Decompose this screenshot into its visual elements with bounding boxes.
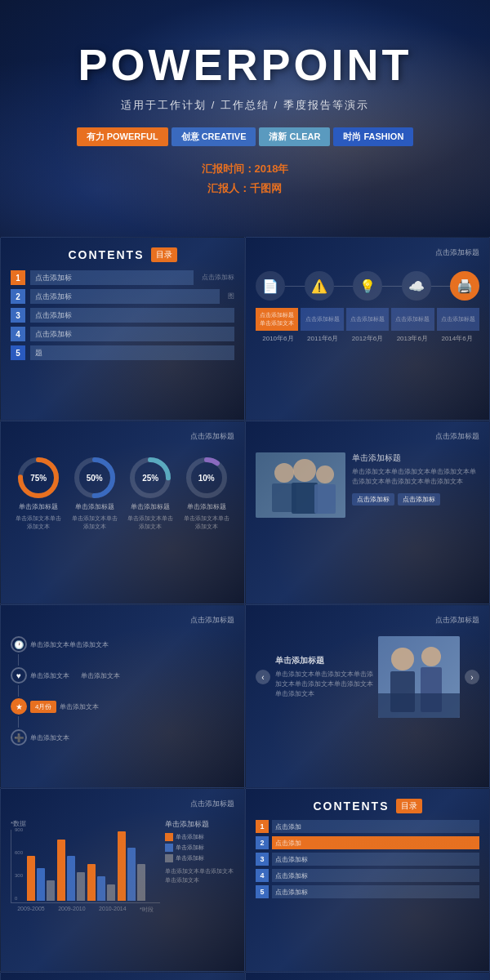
tag-clear[interactable]: 清新 CLEAR [259, 127, 330, 146]
c2-item-1[interactable]: 1 点击添加 [256, 820, 479, 833]
svg-rect-20 [378, 693, 460, 718]
slide4-title[interactable]: 点击添加标题 [435, 431, 479, 442]
slide4-btn2[interactable]: 点击添加标 [398, 493, 440, 506]
slides-grid: CONTENTS 目录 1 点击添加标 点击添加标 2 点击添加标 图 3 点击… [0, 237, 490, 980]
pie-pct-10: 10% [198, 474, 215, 483]
slide5-title[interactable]: 点击添加标题 [190, 615, 234, 626]
slide3-title[interactable]: 点击添加标题 [190, 431, 234, 442]
c2-text-3: 点击添加标 [275, 855, 308, 864]
pie-10: 10% 单击添加标题 单击添加文本单击添加文本 [182, 457, 231, 531]
c2-item-4[interactable]: 4 点击添加标 [256, 869, 479, 882]
bar-grp-4 [118, 831, 145, 901]
content-text-3: 点击添加标 [35, 310, 72, 321]
tag-creative[interactable]: 创意 CREATIVE [172, 127, 256, 146]
slide7-content: *数据 900 600 300 0 [11, 819, 234, 914]
c2-num-1: 1 [256, 820, 269, 833]
bar-3b [97, 876, 105, 901]
c2-text-1: 点击添加 [275, 822, 301, 831]
slide-bar-chart: 点击添加标题 *数据 900 600 300 0 [0, 788, 245, 972]
x-1: 2009-2005 [17, 906, 44, 914]
pie-charts-row: 75% 单击添加标题 单击添加文本单击添加文本 50% 单击添加标题 单击添加文… [11, 457, 234, 531]
pie-25: 25% 单击添加标题 单击添加文本单击添加文本 [126, 457, 175, 531]
c2-bar-1: 点击添加 [272, 820, 479, 833]
bar-chart: 900 600 300 0 [11, 830, 160, 903]
slide4-btn1[interactable]: 点击添加标 [352, 493, 394, 506]
t2-connector-3 [18, 716, 19, 728]
content-item-4[interactable]: 4 点击添加标 [11, 327, 234, 341]
t2-row3: ★ 4月份 单击添加文本 [11, 698, 234, 715]
content-text-1: 点击添加标 [35, 273, 72, 283]
chart-legend: 单击添加标题 单击添加标 单击添加标 单击添加标 单击添加文本单击添加文本单击添… [165, 819, 234, 914]
content-num-1: 1 [11, 270, 25, 285]
slide6-title[interactable]: 点击添加标题 [435, 615, 479, 626]
timeline-boxes: 点击添加标题单击添加文本 点击添加标题 点击添加标题 点击添加标题 点击添加标题 [256, 308, 479, 331]
year-1: 2010年6月 [262, 334, 293, 343]
slide2-title[interactable]: 点击添加标题 [435, 247, 479, 258]
tag-powerful[interactable]: 有力 POWERFUL [77, 127, 168, 146]
c2-item-5[interactable]: 5 点击添加标 [256, 885, 479, 898]
x-2: 2009-2010 [58, 906, 85, 914]
timeline-icon-cloud: ☁️ [402, 271, 431, 301]
content-item-3[interactable]: 3 点击添加标 [11, 308, 234, 323]
x-3: 2010-2014 [99, 906, 126, 914]
pie-circle-25: 25% [129, 457, 172, 499]
slide6-header: 点击添加标题 [256, 615, 479, 626]
warning-icon: ⚠️ [305, 271, 334, 301]
year-4: 2013年6月 [397, 334, 428, 343]
bar-2c [77, 872, 85, 901]
timeline-box-2: 点击添加标题 [301, 308, 343, 331]
photo-box-1 [256, 452, 345, 518]
timeline-box-5: 点击添加标题 [437, 308, 479, 331]
report-time-value: 2018年 [255, 163, 289, 175]
photo-box-2 [378, 636, 460, 718]
y-0: 0 [15, 896, 23, 901]
content-side-1: 点击添加标 [202, 273, 234, 283]
y-900: 900 [15, 827, 23, 832]
x-4: *时段 [140, 906, 154, 914]
legend-title: 单击添加标题 [165, 819, 234, 830]
slide7-title[interactable]: 点击添加标题 [190, 799, 234, 809]
legend-dot-2 [165, 844, 173, 852]
slide2-header: 点击添加标题 [256, 247, 479, 258]
year-2: 2011年6月 [307, 334, 338, 343]
content-item-2[interactable]: 2 点击添加标 图 [11, 289, 234, 304]
bar-3c [107, 884, 115, 901]
y-axis: 900 600 300 0 [15, 827, 23, 901]
pie-circle-50: 50% [74, 457, 116, 499]
slide4-subtitle[interactable]: 单击添加标题 [352, 452, 479, 464]
hero-subtitle: 适用于工作计划 / 工作总结 / 季度报告等演示 [121, 98, 369, 113]
legend-dot-3 [165, 854, 173, 862]
tag-fashion[interactable]: 时尚 FASHION [333, 127, 413, 146]
bar-4a [118, 831, 126, 901]
c2-item-2[interactable]: 2 点击添加 [256, 836, 479, 849]
content-item-5[interactable]: 5 题 [11, 345, 234, 360]
t2-badge: 4月份 [30, 701, 56, 713]
c2-num-3: 3 [256, 853, 269, 866]
slide4-content: 单击添加标题 单击添加文本单击添加文本单击添加文本单击添加文本单击添加文本单击添… [256, 452, 479, 518]
t2-star-icon: ★ [11, 698, 27, 715]
pie-label-25: 单击添加标题 [131, 502, 170, 511]
c2-num-4: 4 [256, 869, 269, 882]
pie-desc-25: 单击添加文本单击添加文本 [126, 514, 175, 531]
slide-contents: CONTENTS 目录 1 点击添加标 点击添加标 2 点击添加标 图 3 点击… [0, 237, 245, 421]
prev-arrow[interactable]: ‹ [256, 670, 270, 684]
timeline-labels: 2010年6月 2011年6月 2012年6月 2013年6月 2014年6月 [256, 334, 479, 343]
t2-row1: 🕐 单击添加文本单击添加文本 [11, 636, 234, 653]
t2-icons-col: 🕐 [11, 636, 27, 653]
contents2-badge: 目录 [396, 799, 422, 813]
hero-section: POWERPOINT 适用于工作计划 / 工作总结 / 季度报告等演示 有力 P… [0, 0, 490, 237]
slide-triangle: 点击添加标题 3000 2000 1500 500 [245, 972, 490, 980]
contents-header: CONTENTS 目录 [11, 247, 234, 262]
svg-point-13 [316, 466, 334, 483]
svg-rect-12 [292, 483, 318, 514]
c2-bar-3: 点击添加标 [272, 853, 479, 866]
c2-item-3[interactable]: 3 点击添加标 [256, 853, 479, 866]
next-arrow[interactable]: › [465, 670, 479, 684]
t2-text-2: 单击添加文本 [30, 671, 69, 680]
content-text-5: 题 [35, 348, 42, 359]
content-item-1[interactable]: 1 点击添加标 点击添加标 [11, 270, 234, 285]
slide6-text-panel: 单击添加标题 单击添加文本单击添加文本单击添加文本单击添加文本单击添加文本单击添… [275, 655, 373, 699]
content-num-2: 2 [11, 289, 25, 304]
legend-dot-1 [165, 833, 173, 841]
tbox-text-4: 点击添加标题 [395, 315, 430, 324]
